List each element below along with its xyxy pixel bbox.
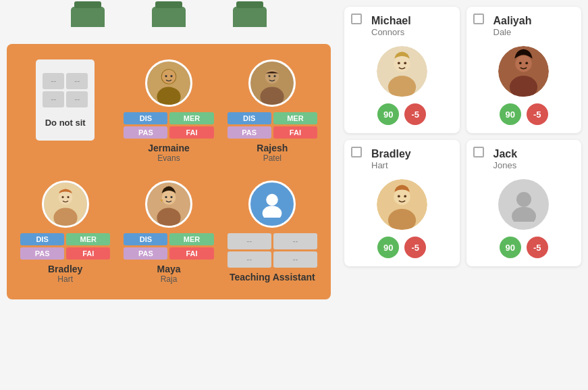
tag-pas: PAS — [228, 126, 271, 139]
michael-photo — [377, 46, 427, 97]
michael-first-name: Michael — [371, 15, 411, 27]
jack-score-red: -5 — [527, 237, 548, 258]
ta-tag-2: -- — [273, 233, 317, 249]
rajesh-photo — [250, 62, 294, 105]
aaliyah-photo — [498, 46, 549, 97]
students-panel: Michael Connors 90 -5 Aaliyah Dale — [344, 7, 581, 266]
rajesh-tags: DIS MER PAS FAI — [228, 112, 317, 139]
bradley-photo — [44, 182, 87, 226]
tag-pas: PAS — [124, 247, 167, 260]
ta-tag-4: -- — [273, 251, 317, 268]
svg-point-12 — [58, 191, 72, 205]
aaliyah-scores: 90 -5 — [500, 103, 548, 125]
svg-point-38 — [404, 195, 406, 197]
card-michael[interactable]: Michael Connors 90 -5 — [344, 7, 460, 133]
jermaine-tags: DIS MER PAS FAI — [124, 112, 213, 139]
bradley-score-red: -5 — [404, 237, 426, 258]
do-not-sit-label: Do not sit — [45, 118, 86, 128]
svg-point-33 — [526, 62, 529, 64]
michael-scores: 90 -5 — [377, 103, 426, 125]
empty-tag-4: -- — [66, 91, 88, 107]
maya-tags: DIS MER PAS FAI — [124, 233, 213, 260]
ta-tags: -- -- -- -- — [228, 233, 317, 268]
tag-mer: MER — [66, 233, 110, 245]
tag-mer: MER — [273, 112, 317, 124]
card-bradley[interactable]: Bradley Hart 90 -5 — [344, 140, 460, 266]
ta-name: Teaching Assistant — [230, 272, 315, 283]
svg-point-40 — [512, 207, 536, 222]
jermaine-photo — [147, 62, 190, 105]
tag-fai: FAI — [169, 126, 213, 139]
seat-bradley[interactable]: DIS MER PAS FAI Bradley Hart — [17, 175, 113, 289]
bradley-surname: Hart — [57, 274, 73, 284]
seat-ta: -- -- -- -- Teaching Assistant — [224, 175, 321, 289]
svg-point-5 — [170, 75, 172, 77]
tag-fai: FAI — [169, 247, 213, 260]
chair-top-3 — [233, 7, 267, 27]
tag-fai: FAI — [66, 247, 110, 260]
svg-point-3 — [162, 70, 176, 84]
tag-dis: DIS — [124, 112, 167, 124]
svg-point-22 — [267, 194, 279, 206]
bradley-first-name: Bradley — [371, 148, 411, 160]
rajesh-name: Rajesh — [257, 143, 288, 153]
jermaine-surname: Evans — [157, 153, 180, 163]
svg-point-23 — [263, 205, 282, 218]
svg-point-27 — [398, 62, 400, 64]
bradley-name: Bradley — [48, 264, 82, 274]
avatar-bradley — [42, 180, 89, 228]
tag-mer: MER — [169, 112, 213, 124]
avatar-rajesh — [248, 59, 296, 107]
svg-point-15 — [67, 196, 69, 198]
bradley-scores: 90 -5 — [377, 237, 426, 258]
jack-scores: 90 -5 — [500, 237, 548, 258]
maya-photo — [147, 182, 190, 226]
seat-maya[interactable]: DIS MER PAS FAI Maya Raja — [120, 175, 217, 289]
avatar-ta — [248, 180, 296, 228]
maya-surname: Raja — [161, 274, 178, 284]
classroom-grid: -- -- -- -- Do not sit — [7, 44, 331, 299]
svg-point-37 — [398, 195, 400, 197]
michael-last-name: Connors — [371, 27, 411, 37]
seating-area: -- -- -- -- Do not sit — [7, 7, 331, 299]
ta-tag-1: -- — [228, 233, 271, 249]
checkbox-jack[interactable] — [473, 147, 484, 157]
svg-point-14 — [61, 196, 63, 198]
bradley-photo — [377, 179, 427, 230]
svg-point-25 — [394, 55, 410, 72]
svg-point-20 — [170, 196, 172, 198]
checkbox-bradley[interactable] — [351, 147, 362, 157]
svg-point-30 — [516, 55, 532, 72]
maya-name: Maya — [157, 264, 180, 274]
avatar-maya — [145, 180, 192, 228]
seat-jermaine[interactable]: DIS MER PAS FAI Jermaine Evans — [120, 54, 217, 168]
svg-point-21 — [161, 199, 163, 201]
aaliyah-score-red: -5 — [527, 103, 548, 125]
jermaine-name: Jermaine — [148, 143, 189, 153]
svg-point-17 — [162, 191, 176, 205]
svg-point-35 — [394, 189, 410, 205]
card-jack[interactable]: Jack Jones 90 -5 — [466, 140, 582, 266]
checkbox-michael[interactable] — [351, 14, 362, 24]
avatar-jermaine — [145, 59, 192, 107]
rajesh-surname: Patel — [263, 153, 282, 163]
seat-rajesh[interactable]: DIS MER PAS FAI Rajesh Patel — [224, 54, 321, 168]
tag-mer: MER — [169, 233, 213, 245]
card-aaliyah[interactable]: Aaliyah Dale 90 -5 — [466, 7, 582, 133]
aaliyah-first-name: Aaliyah — [493, 15, 532, 27]
empty-tags: -- -- -- -- — [43, 73, 88, 107]
tag-dis: DIS — [20, 233, 64, 245]
michael-score-green: 90 — [377, 103, 399, 125]
chair-top-2 — [152, 7, 186, 27]
svg-point-10 — [274, 75, 276, 77]
tag-dis: DIS — [124, 233, 167, 245]
svg-point-9 — [269, 75, 271, 77]
aaliyah-photo-img — [498, 46, 549, 97]
jack-score-green: 90 — [500, 237, 521, 258]
bradley-tags: DIS MER PAS FAI — [20, 233, 110, 260]
chair-top-1 — [71, 7, 105, 27]
bradley-photo-img — [377, 179, 427, 230]
checkbox-aaliyah[interactable] — [473, 14, 484, 24]
svg-point-19 — [165, 196, 167, 198]
tag-pas: PAS — [124, 126, 167, 139]
